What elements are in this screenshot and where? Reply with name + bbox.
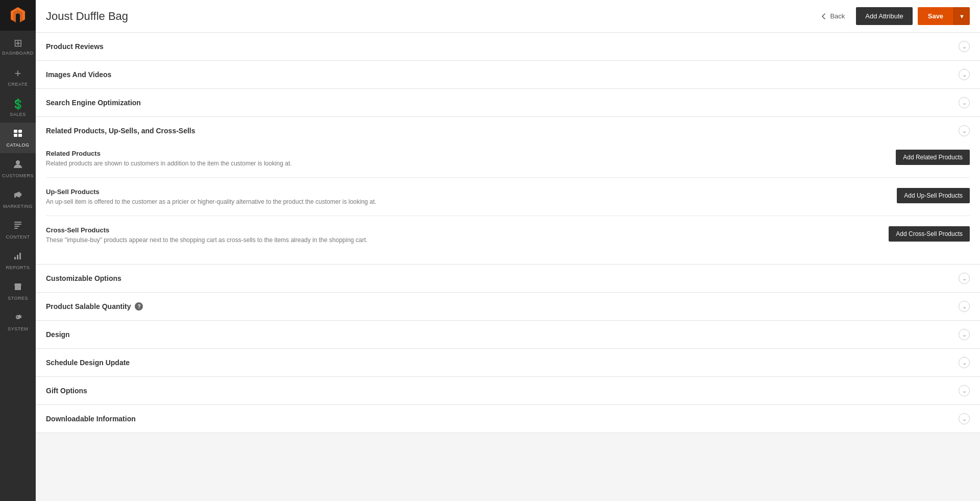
help-icon-product-salable-quantity[interactable]: ? <box>135 302 143 311</box>
svg-marker-0 <box>11 7 25 21</box>
svg-rect-9 <box>14 224 21 225</box>
subsection-related: Related Products Related products are sh… <box>46 145 970 177</box>
accordion-header-schedule-design-update[interactable]: Schedule Design Update ⌄ <box>36 349 980 376</box>
sidebar-item-customers[interactable]: CUSTOMERS <box>0 153 36 184</box>
back-button[interactable]: Back <box>814 8 851 24</box>
svg-rect-7 <box>20 193 21 196</box>
collapse-icon-related-products: ⌄ <box>959 125 970 136</box>
collapse-icon-seo: ⌄ <box>959 97 970 108</box>
section-images-videos: Images And Videos ⌄ <box>36 61 980 89</box>
accordion-header-design[interactable]: Design ⌄ <box>36 321 980 348</box>
sidebar-item-system[interactable]: SYSTEM <box>0 306 36 337</box>
sidebar-item-marketing-label: MARKETING <box>3 204 33 209</box>
accordion-header-downloadable-information[interactable]: Downloadable Information ⌄ <box>36 405 980 433</box>
subsection-info-related: Related Products Related products are sh… <box>46 150 886 167</box>
section-title-schedule-design-update: Schedule Design Update <box>46 359 130 367</box>
system-icon <box>13 312 23 325</box>
subsection-title-related: Related Products <box>46 150 886 157</box>
svg-rect-13 <box>17 255 18 259</box>
subsection-title-upsell: Up-Sell Products <box>46 188 887 196</box>
section-title-related-products: Related Products, Up-Sells, and Cross-Se… <box>46 127 195 135</box>
section-related-products: Related Products, Up-Sells, and Cross-Se… <box>36 117 980 265</box>
section-product-salable-quantity: Product Salable Quantity ? ⌄ <box>36 293 980 321</box>
svg-rect-4 <box>14 134 17 137</box>
subsection-upsell: Up-Sell Products An up-sell item is offe… <box>46 177 970 216</box>
svg-rect-2 <box>14 130 17 133</box>
save-button[interactable]: Save <box>918 7 953 25</box>
add-crosssell-products-button[interactable]: Add Cross-Sell Products <box>889 226 970 242</box>
accordion-header-product-salable-quantity[interactable]: Product Salable Quantity ? ⌄ <box>36 293 980 320</box>
subsection-title-crosssell: Cross-Sell Products <box>46 226 878 234</box>
section-product-reviews: Product Reviews ⌄ <box>36 33 980 61</box>
subsection-desc-crosssell: These "impulse-buy" products appear next… <box>46 236 878 244</box>
page-title: Joust Duffle Bag <box>46 10 128 23</box>
sidebar-item-dashboard[interactable]: ⊞ DASHBOARD <box>0 31 36 61</box>
magento-logo-icon <box>9 6 27 25</box>
svg-rect-16 <box>17 288 19 290</box>
subsection-desc-upsell: An up-sell item is offered to the custom… <box>46 198 887 205</box>
section-title-seo: Search Engine Optimization <box>46 99 141 107</box>
section-seo: Search Engine Optimization ⌄ <box>36 89 980 117</box>
add-attribute-button[interactable]: Add Attribute <box>856 7 912 25</box>
accordion-header-seo[interactable]: Search Engine Optimization ⌄ <box>36 89 980 116</box>
svg-rect-10 <box>14 226 19 227</box>
sidebar: ⊞ DASHBOARD + CREATE 💲 SALES CATALOG CUS… <box>0 0 36 501</box>
section-design: Design ⌄ <box>36 321 980 349</box>
sidebar-item-sales[interactable]: 💲 SALES <box>0 92 36 123</box>
dashboard-icon: ⊞ <box>14 37 22 49</box>
section-title-customizable-options: Customizable Options <box>46 274 121 282</box>
section-title-gift-options: Gift Options <box>46 387 87 395</box>
section-schedule-design-update: Schedule Design Update ⌄ <box>36 349 980 377</box>
svg-rect-3 <box>18 130 22 133</box>
subsection-info-upsell: Up-Sell Products An up-sell item is offe… <box>46 188 887 205</box>
accordion-header-product-reviews[interactable]: Product Reviews ⌄ <box>36 33 980 60</box>
save-dropdown-button[interactable]: ▼ <box>953 7 970 25</box>
sidebar-item-dashboard-label: DASHBOARD <box>2 51 34 56</box>
sales-icon: 💲 <box>12 98 24 110</box>
back-arrow-icon <box>820 13 827 20</box>
accordion-header-images-videos[interactable]: Images And Videos ⌄ <box>36 61 980 88</box>
sidebar-item-catalog[interactable]: CATALOG <box>0 123 36 153</box>
collapse-icon-gift-options: ⌄ <box>959 385 970 396</box>
svg-point-6 <box>16 160 20 164</box>
add-upsell-products-button[interactable]: Add Up-Sell Products <box>897 188 970 203</box>
sidebar-item-stores[interactable]: STORES <box>0 276 36 306</box>
section-downloadable-information: Downloadable Information ⌄ <box>36 405 980 433</box>
add-related-products-button[interactable]: Add Related Products <box>896 150 970 165</box>
page-content: Product Reviews ⌄ Images And Videos ⌄ Se… <box>36 33 980 501</box>
svg-rect-11 <box>14 228 18 229</box>
save-dropdown-icon: ▼ <box>959 13 965 19</box>
collapse-icon-product-reviews: ⌄ <box>959 41 970 52</box>
sidebar-item-content[interactable]: CONTENT <box>0 214 36 245</box>
page-header: Joust Duffle Bag Back Add Attribute Save… <box>36 0 980 33</box>
sidebar-item-create-label: CREATE <box>8 82 28 87</box>
collapse-icon-product-salable-quantity: ⌄ <box>959 301 970 312</box>
subsection-desc-related: Related products are shown to customers … <box>46 160 886 167</box>
save-button-group: Save ▼ <box>918 7 970 25</box>
svg-rect-14 <box>19 253 21 259</box>
collapse-icon-downloadable-information: ⌄ <box>959 413 970 424</box>
sidebar-item-reports-label: REPORTS <box>6 265 30 270</box>
accordion-header-gift-options[interactable]: Gift Options ⌄ <box>36 377 980 404</box>
section-title-downloadable-information: Downloadable Information <box>46 415 136 423</box>
sidebar-item-create[interactable]: + CREATE <box>0 61 36 92</box>
section-customizable-options: Customizable Options ⌄ <box>36 265 980 293</box>
sidebar-item-stores-label: STORES <box>8 296 28 301</box>
collapse-icon-images-videos: ⌄ <box>959 69 970 80</box>
section-title-product-reviews: Product Reviews <box>46 42 104 51</box>
create-icon: + <box>15 67 21 80</box>
section-title-images-videos: Images And Videos <box>46 70 111 79</box>
sidebar-item-reports[interactable]: REPORTS <box>0 245 36 276</box>
sidebar-item-marketing[interactable]: MARKETING <box>0 184 36 214</box>
section-title-product-salable-quantity: Product Salable Quantity ? <box>46 302 143 311</box>
sidebar-item-system-label: SYSTEM <box>8 326 28 331</box>
subsection-header-upsell: Up-Sell Products An up-sell item is offe… <box>46 188 970 205</box>
accordion-header-customizable-options[interactable]: Customizable Options ⌄ <box>36 265 980 292</box>
svg-rect-5 <box>18 134 22 137</box>
accordion-header-related-products[interactable]: Related Products, Up-Sells, and Cross-Se… <box>36 117 980 145</box>
subsection-header-related: Related Products Related products are sh… <box>46 150 970 167</box>
svg-marker-1 <box>13 10 22 22</box>
section-title-design: Design <box>46 330 70 339</box>
sidebar-item-catalog-label: CATALOG <box>6 142 29 148</box>
content-icon <box>13 220 23 233</box>
